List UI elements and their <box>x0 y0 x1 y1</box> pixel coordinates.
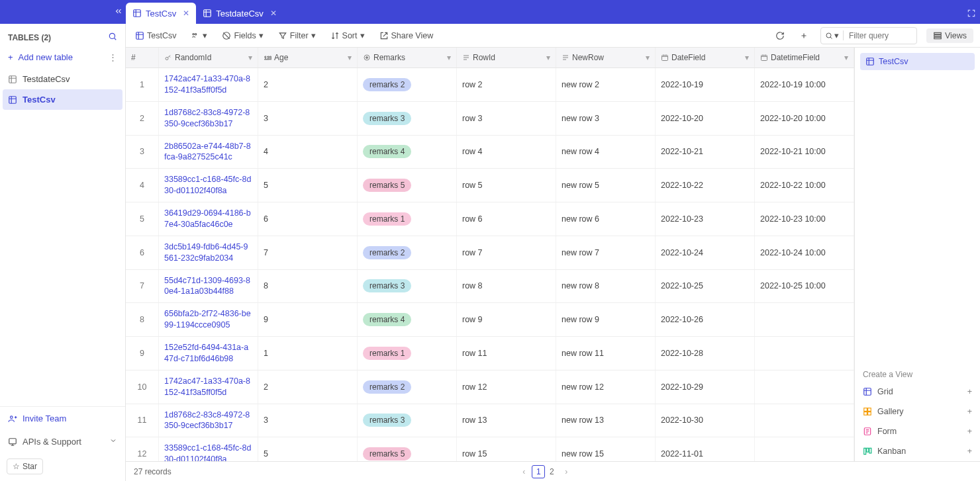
cell-remarks[interactable]: remarks 2 <box>358 370 457 404</box>
page-1[interactable]: 1 <box>532 465 545 478</box>
cell-newrow[interactable]: new row 8 <box>556 269 656 303</box>
cell-age[interactable]: 2 <box>258 68 358 102</box>
more-icon[interactable]: ⋮ <box>109 52 117 62</box>
cell-datetimefield[interactable] <box>755 303 854 337</box>
cell-randomid[interactable]: 33589cc1-c168-45fc-8d30-d01102f40f8a <box>159 169 258 202</box>
table-row[interactable]: 11742ac47-1a33-470a-8152-41f3a5ff0f5d2re… <box>126 68 854 102</box>
cell-datefield[interactable]: 2022-10-26 <box>656 303 755 337</box>
apis-support[interactable]: APIs & Support <box>0 430 125 453</box>
table-row[interactable]: 536419d29-0694-4186-b7e4-30a5fac46c0e6re… <box>126 202 854 236</box>
prev-page[interactable]: ‹ <box>522 467 525 476</box>
table-row[interactable]: 433589cc1-c168-45fc-8d30-d01102f40f8a5re… <box>126 169 854 202</box>
table-row[interactable]: 21d8768c2-83c8-4972-8350-9cecf36b3b173re… <box>126 101 854 135</box>
cell-remarks[interactable]: remarks 4 <box>358 303 457 337</box>
cell-rowid[interactable]: row 9 <box>457 303 556 337</box>
column-header[interactable]: 123Age▾ <box>258 48 358 68</box>
cell-remarks[interactable]: remarks 5 <box>358 169 457 202</box>
cell-age[interactable]: 7 <box>258 236 358 269</box>
cell-remarks[interactable]: remarks 4 <box>358 135 457 169</box>
cell-datefield[interactable]: 2022-10-21 <box>656 135 755 169</box>
cell-newrow[interactable]: new row 12 <box>556 370 656 404</box>
cell-age[interactable]: 4 <box>258 135 358 169</box>
cell-newrow[interactable]: new row 4 <box>556 135 656 169</box>
cell-rowid[interactable]: row 5 <box>457 169 556 202</box>
close-icon[interactable]: ✕ <box>183 9 189 18</box>
cell-remarks[interactable]: remarks 3 <box>358 101 457 135</box>
data-grid[interactable]: #RandomId▾123Age▾Remarks▾RowId▾NewRow▾Da… <box>126 48 854 461</box>
cell-datefield[interactable]: 2022-10-24 <box>656 236 755 269</box>
cell-newrow[interactable]: new row 7 <box>556 236 656 269</box>
table-row[interactable]: 63dc5b149-fdb6-4d45-9561-232c9fab20347re… <box>126 236 854 269</box>
cell-randomid[interactable]: 3dc5b149-fdb6-4d45-9561-232c9fab2034 <box>159 236 258 269</box>
cell-datetimefield[interactable]: 2022-10-23 10:00 <box>755 202 854 236</box>
project-name[interactable]: xcdb <box>25 7 47 17</box>
column-header[interactable]: RandomId▾ <box>159 48 258 68</box>
cell-randomid[interactable]: 1742ac47-1a33-470a-8152-41f3a5ff0f5d <box>159 68 258 102</box>
next-page[interactable]: › <box>565 467 567 476</box>
current-view-item[interactable]: TestCsv <box>860 53 975 70</box>
cell-datefield[interactable]: 2022-10-20 <box>656 101 755 135</box>
table-row[interactable]: 755d4c71d-1309-4693-80e4-1a1a03b44f888re… <box>126 269 854 303</box>
cell-rowid[interactable]: row 4 <box>457 135 556 169</box>
cell-datefield[interactable]: 2022-10-25 <box>656 269 755 303</box>
create-view-grid[interactable]: Grid+ <box>855 382 980 402</box>
cell-randomid[interactable]: 656bfa2b-2f72-4836-be99-1194ccce0905 <box>159 303 258 337</box>
cell-age[interactable]: 3 <box>258 101 358 135</box>
cell-randomid[interactable]: 1d8768c2-83c8-4972-8350-9cecf36b3b17 <box>159 404 258 437</box>
cell-datetimefield[interactable]: 2022-10-21 10:00 <box>755 135 854 169</box>
cell-datetimefield[interactable]: 2022-10-20 10:00 <box>755 101 854 135</box>
cell-newrow[interactable]: new row 2 <box>556 68 656 102</box>
cell-datetimefield[interactable]: 2022-10-25 10:00 <box>755 269 854 303</box>
cell-remarks[interactable]: remarks 2 <box>358 68 457 102</box>
column-header[interactable]: DateField▾ <box>656 48 755 68</box>
cell-remarks[interactable]: remarks 1 <box>358 337 457 371</box>
search-scope[interactable]: ▾ <box>821 30 844 40</box>
page-2[interactable]: 2 <box>545 465 558 478</box>
table-row[interactable]: 1233589cc1-c168-45fc-8d30-d01102f40f8a5r… <box>126 437 854 461</box>
cell-age[interactable]: 2 <box>258 370 358 404</box>
cell-rowid[interactable]: row 7 <box>457 236 556 269</box>
cell-remarks[interactable]: remarks 3 <box>358 269 457 303</box>
cell-datefield[interactable]: 2022-11-01 <box>656 437 755 461</box>
create-view-kanban[interactable]: Kanban+ <box>855 441 980 461</box>
add-row-icon[interactable] <box>797 29 811 42</box>
cell-datetimefield[interactable] <box>755 370 854 404</box>
cell-datetimefield[interactable]: 2022-10-19 10:00 <box>755 68 854 102</box>
cell-datefield[interactable]: 2022-10-30 <box>656 404 755 437</box>
search-icon[interactable] <box>108 32 117 43</box>
cell-newrow[interactable]: new row 15 <box>556 437 656 461</box>
column-header[interactable]: NewRow▾ <box>556 48 656 68</box>
cell-randomid[interactable]: 33589cc1-c168-45fc-8d30-d01102f40f8a <box>159 437 258 461</box>
column-header[interactable]: # <box>126 48 159 68</box>
cell-datefield[interactable]: 2022-10-29 <box>656 370 755 404</box>
cell-randomid[interactable]: 1742ac47-1a33-470a-8152-41f3a5ff0f5d <box>159 370 258 404</box>
cell-randomid[interactable]: 36419d29-0694-4186-b7e4-30a5fac46c0e <box>159 202 258 236</box>
column-header[interactable]: Remarks▾ <box>358 48 457 68</box>
cell-age[interactable]: 6 <box>258 202 358 236</box>
sidebar-table-testcsv[interactable]: TestCsv <box>3 89 122 110</box>
cell-randomid[interactable]: 152e52fd-6494-431a-a47d-c71bf6d46b98 <box>159 337 258 371</box>
cell-datetimefield[interactable] <box>755 337 854 371</box>
cell-rowid[interactable]: row 8 <box>457 269 556 303</box>
cell-rowid[interactable]: row 2 <box>457 68 556 102</box>
close-icon[interactable]: ✕ <box>270 9 277 18</box>
cell-rowid[interactable]: row 15 <box>457 437 556 461</box>
sort-button[interactable]: Sort ▾ <box>328 28 368 42</box>
tab-testcsv[interactable]: TestCsv ✕ <box>126 3 196 24</box>
cell-datefield[interactable]: 2022-10-19 <box>656 68 755 102</box>
column-header[interactable]: DatetimeField▾ <box>755 48 854 68</box>
create-view-gallery[interactable]: Gallery+ <box>855 402 980 421</box>
cell-newrow[interactable]: new row 11 <box>556 337 656 371</box>
cell-datetimefield[interactable]: 2022-10-24 10:00 <box>755 236 854 269</box>
chevron-down-icon[interactable] <box>51 7 59 17</box>
cell-remarks[interactable]: remarks 5 <box>358 437 457 461</box>
cell-newrow[interactable]: new row 6 <box>556 202 656 236</box>
filter-button[interactable]: Filter ▾ <box>275 28 318 42</box>
cell-rowid[interactable]: row 6 <box>457 202 556 236</box>
table-row[interactable]: 32b86502a-e744-48b7-8fca-9a827525c41c4re… <box>126 135 854 169</box>
row-height[interactable]: ▾ <box>188 28 210 42</box>
views-toggle[interactable]: Views <box>926 28 973 43</box>
cell-datetimefield[interactable] <box>755 437 854 461</box>
cell-age[interactable]: 1 <box>258 337 358 371</box>
cell-age[interactable]: 5 <box>258 169 358 202</box>
